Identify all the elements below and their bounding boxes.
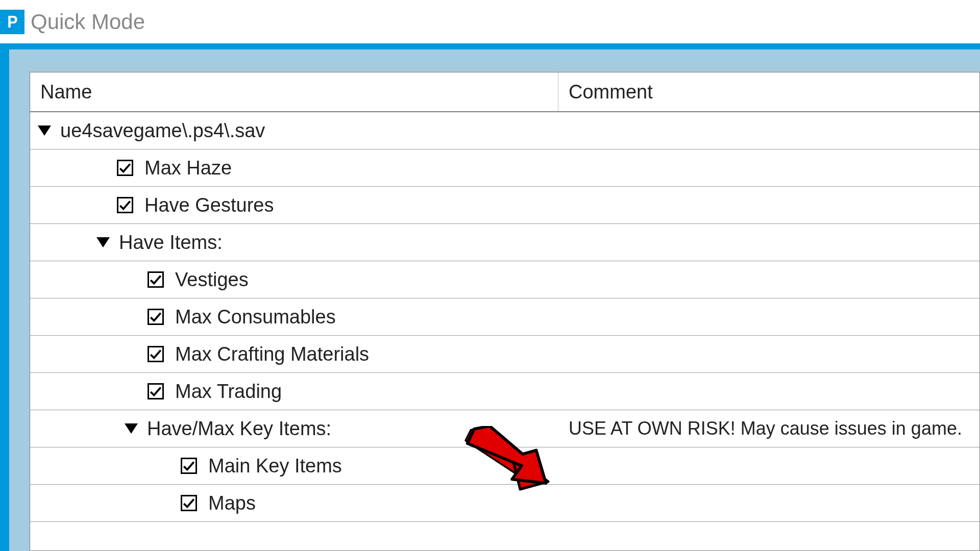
tree-label: Main Key Items <box>208 455 342 477</box>
tree-label: Vestiges <box>175 269 249 291</box>
tree-row-vestiges[interactable]: Vestiges <box>30 261 979 298</box>
app-icon-letter: P <box>7 12 17 32</box>
titlebar: P Quick Mode <box>0 0 980 43</box>
tree-row-maps[interactable]: Maps <box>30 485 979 522</box>
tree-row-have-items[interactable]: Have Items: <box>30 224 979 261</box>
tree-row-key-items[interactable]: Have/Max Key Items: USE AT OWN RISK! May… <box>30 410 979 447</box>
tree-label: Max Crafting Materials <box>175 343 369 365</box>
checkbox[interactable] <box>117 160 133 176</box>
tree-row-have-gestures[interactable]: Have Gestures <box>30 187 979 224</box>
app-icon: P <box>0 10 24 34</box>
chevron-down-icon[interactable] <box>38 126 51 136</box>
window-title: Quick Mode <box>31 10 145 34</box>
tree-label: Have Items: <box>119 232 223 254</box>
tree-row-max-haze[interactable]: Max Haze <box>30 149 979 187</box>
tree-label: Maps <box>208 492 256 514</box>
table-header: Name Comment <box>30 72 979 112</box>
tree-label: Max Haze <box>144 157 232 179</box>
checkbox[interactable] <box>148 309 164 325</box>
column-header-comment[interactable]: Comment <box>558 72 979 111</box>
tree-row-max-trading[interactable]: Max Trading <box>30 373 979 410</box>
column-header-name[interactable]: Name <box>30 72 558 111</box>
comment-key-items: USE AT OWN RISK! May cause issues in gam… <box>558 410 979 447</box>
tree-label: Max Consumables <box>175 306 336 328</box>
checkbox[interactable] <box>181 458 197 474</box>
chevron-down-icon[interactable] <box>96 237 110 247</box>
inner-panel: Name Comment ue4savegame\.ps4\.sav <box>9 49 980 551</box>
tree-label: ue4savegame\.ps4\.sav <box>60 120 265 142</box>
tree-row-max-consumables[interactable]: Max Consumables <box>30 298 979 336</box>
checkbox[interactable] <box>148 271 164 288</box>
tree-label: Max Trading <box>175 381 282 403</box>
tree-row-main-key-items[interactable]: Main Key Items <box>30 447 979 485</box>
checkbox[interactable] <box>148 383 164 399</box>
checkbox[interactable] <box>117 197 133 213</box>
outer-frame: Name Comment ue4savegame\.ps4\.sav <box>0 43 980 551</box>
tree-label: Have Gestures <box>144 194 274 216</box>
options-table: Name Comment ue4savegame\.ps4\.sav <box>30 72 980 551</box>
checkbox[interactable] <box>148 346 164 362</box>
tree-row-root[interactable]: ue4savegame\.ps4\.sav <box>30 112 979 149</box>
checkbox[interactable] <box>181 495 197 511</box>
tree-row-max-crafting[interactable]: Max Crafting Materials <box>30 336 979 373</box>
tree-label: Have/Max Key Items: <box>147 418 331 440</box>
chevron-down-icon[interactable] <box>125 423 138 434</box>
